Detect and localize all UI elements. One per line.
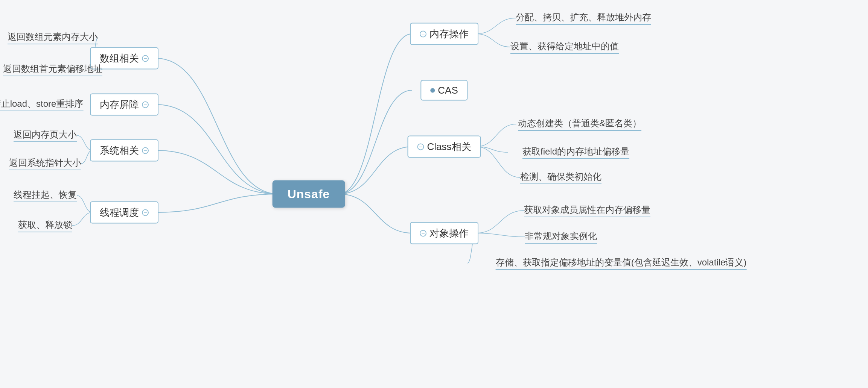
branch-node-memory-barrier[interactable]: 内存屏障−: [90, 94, 158, 116]
leaf-node: 获取field的内存地址偏移量: [522, 146, 629, 159]
leaf-node: 返回数组首元素偏移地址: [3, 63, 102, 76]
leaf-node: 获取、释放锁: [18, 219, 72, 232]
leaf-node: 分配、拷贝、扩充、释放堆外内存: [516, 11, 651, 25]
mindmap-container: Unsafe数组相关−返回数组元素内存大小返回数组首元素偏移地址内存屏障−禁止l…: [0, 0, 868, 388]
leaf-node: 线程挂起、恢复: [14, 189, 77, 202]
branch-node-memory-ops[interactable]: −内存操作: [410, 23, 478, 45]
leaf-node: 设置、获得给定地址中的值: [510, 40, 619, 54]
leaf-node: 返回内存页大小: [14, 129, 77, 142]
branch-node-thread[interactable]: 线程调度−: [90, 202, 158, 224]
branch-node-cas[interactable]: CAS: [420, 80, 468, 101]
leaf-node: 返回系统指针大小: [9, 157, 81, 170]
leaf-node: 检测、确保类初始化: [520, 171, 602, 184]
leaf-node: 返回数组元素内存大小: [8, 31, 98, 44]
leaf-node: 禁止load、store重排序: [0, 98, 83, 111]
branch-node-system[interactable]: 系统相关−: [90, 139, 158, 162]
branch-node-object-ops[interactable]: −对象操作: [410, 222, 478, 244]
leaf-node: 获取对象成员属性在内存偏移量: [524, 204, 650, 217]
leaf-node: 动态创建类（普通类&匿名类）: [518, 117, 641, 131]
leaf-node: 非常规对象实例化: [525, 230, 597, 244]
leaf-node: 存储、获取指定偏移地址的变量值(包含延迟生效、volatile语义): [496, 256, 747, 270]
branch-node-class[interactable]: −Class相关: [407, 136, 481, 158]
center-node: Unsafe: [273, 180, 345, 208]
